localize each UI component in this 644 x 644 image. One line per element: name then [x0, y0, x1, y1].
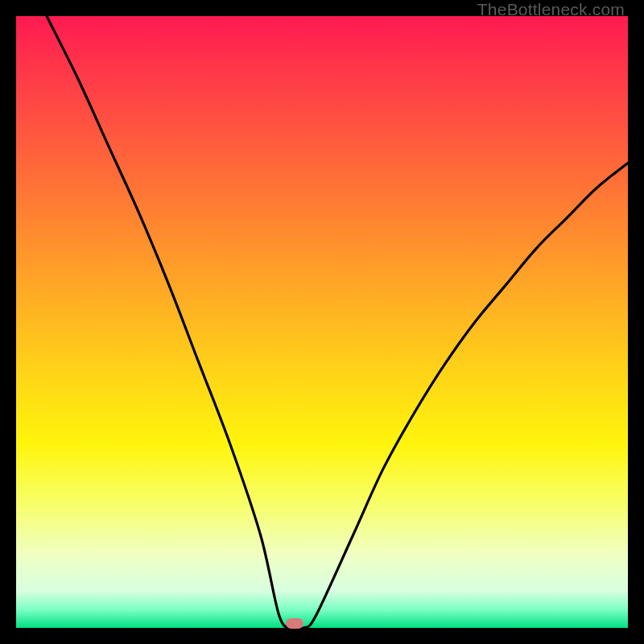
chart-frame: TheBottleneck.com	[0, 0, 644, 644]
curve-path	[47, 16, 628, 630]
optimal-point-marker	[286, 618, 303, 629]
watermark-text: TheBottleneck.com	[477, 0, 625, 19]
bottleneck-curve	[16, 16, 628, 628]
